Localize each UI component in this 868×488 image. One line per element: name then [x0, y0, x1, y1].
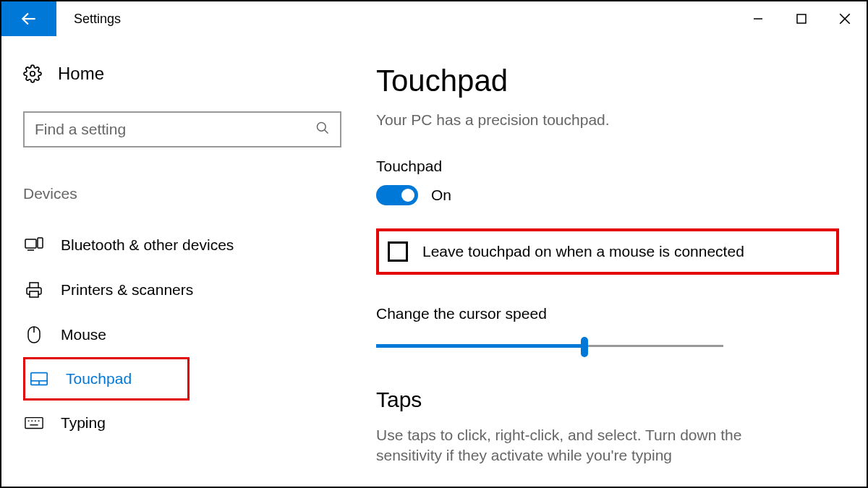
touchpad-toggle[interactable]: [376, 185, 418, 205]
toggle-state-label: On: [431, 187, 451, 204]
sidebar-item-label: Bluetooth & other devices: [61, 236, 234, 254]
window-title: Settings: [74, 12, 121, 27]
checkbox-label: Leave touchpad on when a mouse is connec…: [422, 243, 744, 260]
svg-rect-11: [30, 291, 38, 297]
slider-thumb: [581, 337, 588, 357]
svg-rect-17: [25, 418, 43, 429]
cursor-speed-slider[interactable]: [376, 335, 723, 357]
search-icon: [315, 121, 330, 138]
sidebar-item-label: Touchpad: [66, 370, 132, 388]
svg-point-5: [30, 72, 35, 77]
sidebar-item-mouse[interactable]: Mouse: [23, 312, 334, 357]
sidebar-item-label: Mouse: [61, 326, 106, 343]
sidebar-item-printers[interactable]: Printers & scanners: [23, 267, 334, 312]
toggle-knob: [401, 189, 414, 202]
mouse-icon: [25, 325, 43, 344]
sidebar-item-label: Typing: [61, 414, 106, 432]
sidebar: Home Find a setting Devices Bluetooth & …: [1, 36, 356, 487]
sidebar-item-touchpad[interactable]: Touchpad: [23, 357, 190, 401]
minimize-button[interactable]: [736, 4, 780, 33]
page-description: Your PC has a precision touchpad.: [376, 111, 839, 129]
titlebar: Settings: [1, 1, 867, 36]
minimize-icon: [752, 13, 764, 25]
svg-line-7: [325, 130, 328, 134]
highlighted-checkbox-row: Leave touchpad on when a mouse is connec…: [376, 228, 839, 275]
search-placeholder: Find a setting: [35, 121, 126, 138]
keyboard-icon: [25, 414, 43, 432]
home-label: Home: [58, 64, 104, 84]
touchpad-toggle-label: Touchpad: [376, 158, 839, 175]
cursor-speed-label: Change the cursor speed: [376, 305, 839, 322]
main-panel: Touchpad Your PC has a precision touchpa…: [356, 36, 868, 487]
back-button[interactable]: [1, 1, 56, 36]
taps-description: Use taps to click, right-click, and sele…: [376, 425, 810, 466]
sidebar-item-label: Printers & scanners: [61, 281, 193, 299]
home-link[interactable]: Home: [23, 64, 334, 84]
slider-track-active: [376, 344, 584, 348]
maximize-button[interactable]: [780, 4, 823, 33]
window-controls: [736, 1, 867, 36]
close-button[interactable]: [823, 4, 867, 33]
svg-point-6: [318, 123, 326, 132]
category-header: Devices: [23, 185, 334, 202]
page-title: Touchpad: [376, 64, 839, 98]
search-input[interactable]: Find a setting: [23, 111, 341, 147]
devices-icon: [25, 236, 43, 254]
printer-icon: [25, 281, 43, 299]
close-icon: [838, 12, 851, 25]
maximize-icon: [796, 13, 807, 25]
taps-heading: Taps: [376, 388, 839, 412]
leave-touchpad-on-checkbox[interactable]: [388, 241, 408, 262]
arrow-left-icon: [20, 9, 38, 28]
sidebar-item-typing[interactable]: Typing: [23, 401, 334, 445]
touchpad-icon: [30, 369, 48, 388]
gear-icon: [23, 64, 42, 83]
svg-rect-2: [797, 14, 806, 23]
svg-rect-9: [38, 238, 43, 248]
svg-rect-8: [25, 239, 36, 248]
sidebar-item-bluetooth[interactable]: Bluetooth & other devices: [23, 223, 334, 267]
